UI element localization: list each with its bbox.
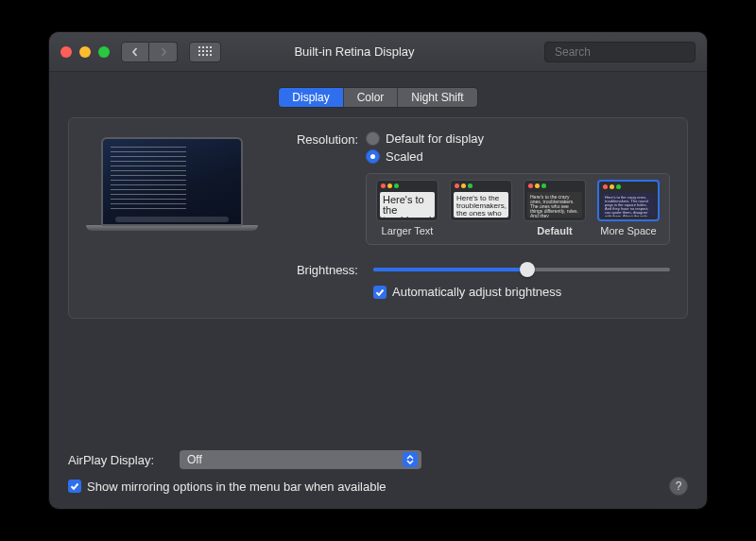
footer: AirPlay Display: Off Show mirroring opti… <box>68 441 688 496</box>
help-button[interactable]: ? <box>669 477 688 496</box>
back-button[interactable] <box>121 42 149 62</box>
radio-label: Default for display <box>386 131 484 146</box>
content-area: Display Color Night Shift Resolution: De… <box>49 72 707 509</box>
tab-night-shift[interactable]: Night Shift <box>398 88 476 107</box>
checkbox-label: Show mirroring options in the menu bar w… <box>87 480 387 494</box>
radio-label: Scaled <box>386 149 423 164</box>
close-icon[interactable] <box>60 46 72 58</box>
tab-color[interactable]: Color <box>344 88 399 107</box>
resolution-option-larger-text[interactable]: Here's to the troublemakers Larger Text <box>374 180 440 238</box>
checkbox-icon <box>373 286 387 299</box>
search-field[interactable] <box>544 42 696 62</box>
grid-icon <box>198 46 212 58</box>
radio-icon <box>366 149 380 164</box>
nav-buttons <box>121 42 178 62</box>
radio-default-for-display[interactable]: Default for display <box>366 131 670 146</box>
slider-knob-icon[interactable] <box>520 262 535 277</box>
mirroring-checkbox[interactable]: Show mirroring options in the menu bar w… <box>68 480 387 494</box>
preferences-window: Built-in Retina Display Display Color Ni… <box>49 32 707 509</box>
resolution-option-default[interactable]: Here's to the crazy ones, troublemakers.… <box>522 180 588 238</box>
radio-scaled[interactable]: Scaled <box>366 149 670 164</box>
brightness-slider[interactable] <box>373 268 670 271</box>
window-title: Built-in Retina Display <box>232 44 476 59</box>
option-caption: Default <box>537 225 572 238</box>
resolution-label: Resolution: <box>275 131 366 147</box>
titlebar: Built-in Retina Display <box>49 32 707 72</box>
airplay-select[interactable]: Off <box>180 450 421 469</box>
scaled-resolution-picker: Here's to the troublemakers Larger Text … <box>366 173 670 245</box>
resolution-option-2[interactable]: Here's to the troublemakers, the ones wh… <box>448 180 514 238</box>
tab-bar: Display Color Night Shift <box>68 87 688 108</box>
option-caption: Larger Text <box>382 225 434 238</box>
show-all-button[interactable] <box>189 42 221 62</box>
option-caption: More Space <box>600 225 656 238</box>
stepper-icon <box>403 452 418 467</box>
minimize-icon[interactable] <box>79 46 91 58</box>
airplay-label: AirPlay Display: <box>68 453 172 467</box>
zoom-icon[interactable] <box>98 46 110 58</box>
display-preview <box>86 137 258 299</box>
search-input[interactable] <box>555 45 696 59</box>
select-value: Off <box>187 453 202 466</box>
display-panel: Resolution: Default for display Scaled <box>68 117 688 319</box>
resolution-option-more-space[interactable]: Here's to the crazy ones, troublemakers.… <box>595 180 662 238</box>
window-controls <box>60 46 110 58</box>
brightness-label: Brightness: <box>275 262 366 277</box>
forward-button[interactable] <box>149 42 178 62</box>
display-settings: Resolution: Default for display Scaled <box>275 131 670 299</box>
radio-icon <box>366 131 380 146</box>
checkbox-icon <box>68 480 81 493</box>
auto-brightness-checkbox[interactable]: Automatically adjust brightness <box>373 285 670 299</box>
tab-display[interactable]: Display <box>279 88 343 107</box>
laptop-screen-icon <box>101 137 243 226</box>
checkbox-label: Automatically adjust brightness <box>392 285 561 299</box>
